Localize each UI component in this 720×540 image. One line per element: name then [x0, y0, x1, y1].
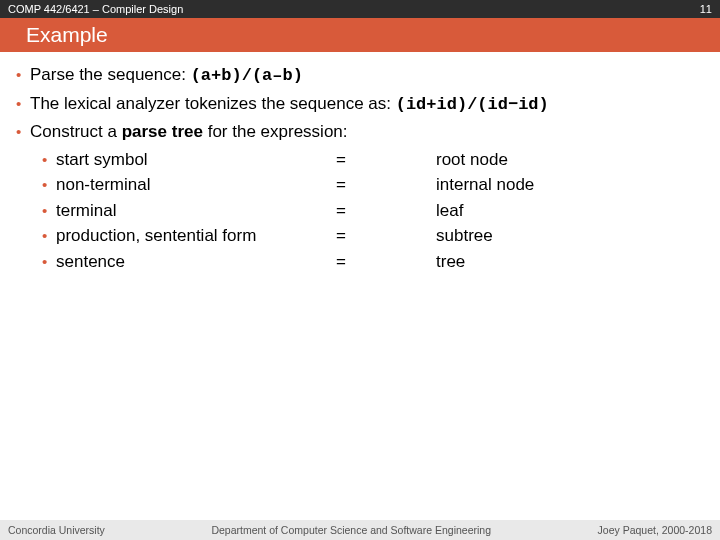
map-eq: =	[336, 172, 436, 198]
course-label: COMP 442/6421 – Compiler Design	[8, 3, 183, 15]
slide-content: • Parse the sequence: (a+b)/(a–b) • The …	[0, 52, 720, 540]
bullet-text: Parse the sequence: (a+b)/(a–b)	[30, 62, 303, 89]
map-right: tree	[436, 249, 704, 275]
footer-left: Concordia University	[8, 524, 105, 536]
map-eq: =	[336, 223, 436, 249]
bullet-icon: •	[16, 119, 30, 145]
bullet-text: The lexical analyzer tokenizes the seque…	[30, 91, 549, 118]
map-left: production, sentential form	[56, 223, 336, 249]
bullet-line-1: • Parse the sequence: (a+b)/(a–b)	[16, 62, 704, 89]
top-bar: COMP 442/6421 – Compiler Design 11	[0, 0, 720, 18]
mapping-row: • non-terminal = internal node	[16, 172, 704, 198]
bullet-line-2: • The lexical analyzer tokenizes the seq…	[16, 91, 704, 118]
map-eq: =	[336, 198, 436, 224]
text-fragment: The lexical analyzer tokenizes the seque…	[30, 94, 396, 113]
code-fragment: (id+id)/(id−id)	[396, 95, 549, 114]
mapping-row: • start symbol = root node	[16, 147, 704, 173]
bullet-icon: •	[42, 249, 56, 275]
map-eq: =	[336, 249, 436, 275]
bullet-icon: •	[42, 223, 56, 249]
text-fragment: Parse the sequence:	[30, 65, 191, 84]
bold-fragment: parse tree	[122, 122, 203, 141]
footer-right: Joey Paquet, 2000-2018	[598, 524, 712, 536]
text-fragment: for the expression:	[203, 122, 348, 141]
mapping-row: • sentence = tree	[16, 249, 704, 275]
bullet-icon: •	[42, 198, 56, 224]
footer-center: Department of Computer Science and Softw…	[211, 524, 491, 536]
bullet-icon: •	[42, 147, 56, 173]
map-left: start symbol	[56, 147, 336, 173]
map-right: internal node	[436, 172, 704, 198]
map-right: subtree	[436, 223, 704, 249]
map-left: non-terminal	[56, 172, 336, 198]
bullet-icon: •	[42, 172, 56, 198]
footer-bar: Concordia University Department of Compu…	[0, 520, 720, 540]
map-right: root node	[436, 147, 704, 173]
map-left: sentence	[56, 249, 336, 275]
bullet-icon: •	[16, 91, 30, 117]
bullet-line-3: • Construct a parse tree for the express…	[16, 119, 704, 145]
code-fragment: (a+b)/(a–b)	[191, 66, 303, 85]
page-number: 11	[700, 3, 712, 15]
bullet-text: Construct a parse tree for the expressio…	[30, 119, 348, 145]
map-right: leaf	[436, 198, 704, 224]
map-eq: =	[336, 147, 436, 173]
map-left: terminal	[56, 198, 336, 224]
mapping-row: • terminal = leaf	[16, 198, 704, 224]
mapping-row: • production, sentential form = subtree	[16, 223, 704, 249]
slide-title: Example	[26, 23, 108, 47]
slide-title-bar: Example	[0, 18, 720, 52]
bullet-icon: •	[16, 62, 30, 88]
text-fragment: Construct a	[30, 122, 122, 141]
